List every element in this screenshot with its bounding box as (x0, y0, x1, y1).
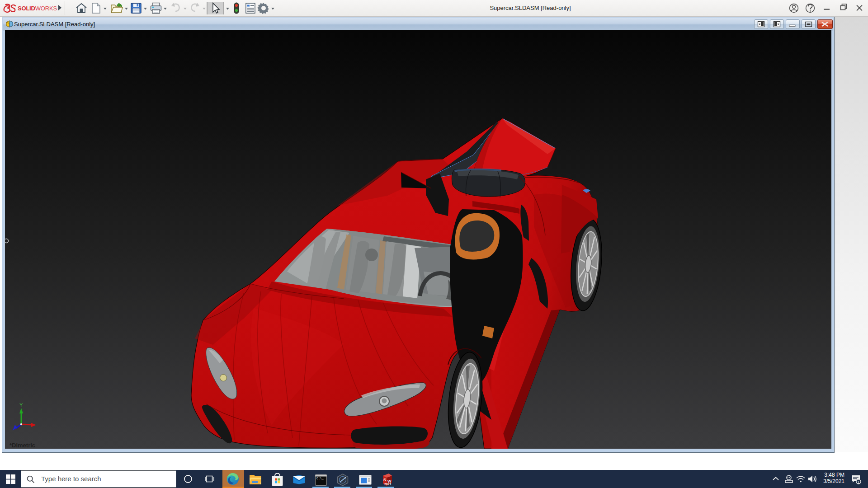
svg-text:1: 1 (857, 479, 859, 484)
svg-text:C:\_: C:\_ (316, 477, 324, 480)
svg-text:2021: 2021 (384, 483, 392, 486)
svg-text:Y: Y (19, 402, 23, 408)
svg-text:SOLIDWORKS: SOLIDWORKS (18, 5, 57, 12)
svg-text:S: S (383, 478, 386, 482)
